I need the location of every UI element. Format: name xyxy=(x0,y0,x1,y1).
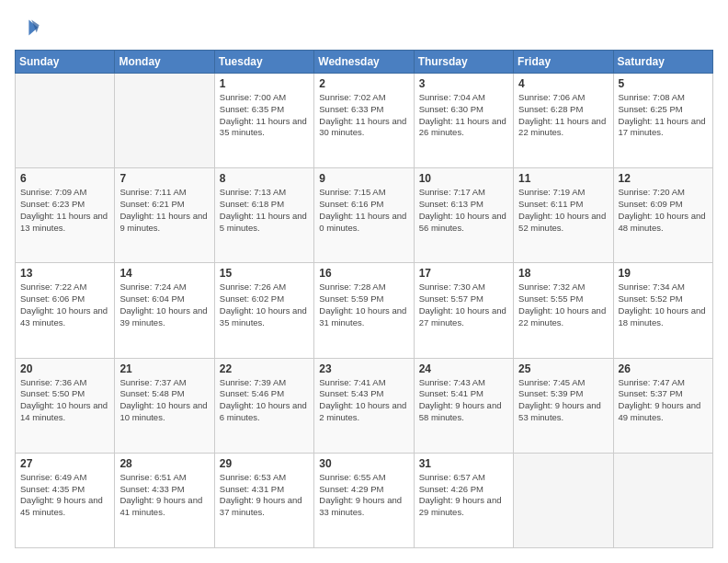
cell-sun-info: Sunrise: 7:11 AMSunset: 6:21 PMDaylight:… xyxy=(119,187,209,234)
cell-sun-info: Sunrise: 6:49 AMSunset: 4:35 PMDaylight:… xyxy=(20,472,109,519)
day-number: 16 xyxy=(319,267,408,280)
calendar-cell: 9Sunrise: 7:15 AMSunset: 6:16 PMDaylight… xyxy=(314,168,414,263)
calendar-cell: 6Sunrise: 7:09 AMSunset: 6:23 PMDaylight… xyxy=(16,168,115,263)
day-number: 1 xyxy=(220,77,309,90)
cell-sun-info: Sunrise: 7:13 AMSunset: 6:18 PMDaylight:… xyxy=(220,187,309,234)
calendar-cell: 3Sunrise: 7:04 AMSunset: 6:30 PMDaylight… xyxy=(414,74,513,168)
cell-sun-info: Sunrise: 7:20 AMSunset: 6:09 PMDaylight:… xyxy=(619,187,708,234)
day-number: 13 xyxy=(20,267,109,280)
calendar-cell: 16Sunrise: 7:28 AMSunset: 5:59 PMDayligh… xyxy=(314,263,414,358)
calendar-cell: 31Sunrise: 6:57 AMSunset: 4:26 PMDayligh… xyxy=(414,453,513,547)
day-number: 30 xyxy=(319,457,408,470)
weekday-header-wednesday: Wednesday xyxy=(314,51,414,74)
day-number: 6 xyxy=(20,172,109,185)
day-number: 8 xyxy=(220,172,309,185)
cell-sun-info: Sunrise: 7:34 AMSunset: 5:52 PMDaylight:… xyxy=(619,282,708,328)
day-number: 2 xyxy=(319,77,408,90)
calendar-cell: 29Sunrise: 6:53 AMSunset: 4:31 PMDayligh… xyxy=(214,453,313,547)
calendar-table: SundayMondayTuesdayWednesdayThursdayFrid… xyxy=(15,50,713,548)
calendar-cell: 11Sunrise: 7:19 AMSunset: 6:11 PMDayligh… xyxy=(514,168,613,263)
calendar-cell xyxy=(514,453,613,547)
calendar-cell: 5Sunrise: 7:08 AMSunset: 6:25 PMDaylight… xyxy=(613,74,712,168)
cell-sun-info: Sunrise: 7:47 AMSunset: 5:37 PMDaylight:… xyxy=(619,377,708,424)
cell-sun-info: Sunrise: 7:08 AMSunset: 6:25 PMDaylight:… xyxy=(619,92,708,139)
week-row-3: 13Sunrise: 7:22 AMSunset: 6:06 PMDayligh… xyxy=(16,263,713,358)
cell-sun-info: Sunrise: 6:51 AMSunset: 4:33 PMDaylight:… xyxy=(119,472,209,519)
calendar-cell: 17Sunrise: 7:30 AMSunset: 5:57 PMDayligh… xyxy=(414,263,513,358)
calendar-cell: 12Sunrise: 7:20 AMSunset: 6:09 PMDayligh… xyxy=(613,168,712,263)
calendar-cell: 26Sunrise: 7:47 AMSunset: 5:37 PMDayligh… xyxy=(613,358,712,453)
calendar-cell: 23Sunrise: 7:41 AMSunset: 5:43 PMDayligh… xyxy=(314,358,414,453)
day-number: 3 xyxy=(419,77,508,90)
cell-sun-info: Sunrise: 7:41 AMSunset: 5:43 PMDaylight:… xyxy=(319,377,408,424)
day-number: 11 xyxy=(518,172,608,185)
calendar-cell: 2Sunrise: 7:02 AMSunset: 6:33 PMDaylight… xyxy=(314,74,414,168)
calendar-cell: 22Sunrise: 7:39 AMSunset: 5:46 PMDayligh… xyxy=(214,358,313,453)
cell-sun-info: Sunrise: 7:39 AMSunset: 5:46 PMDaylight:… xyxy=(220,377,309,424)
calendar-cell xyxy=(115,74,214,168)
weekday-header-tuesday: Tuesday xyxy=(214,51,313,74)
cell-sun-info: Sunrise: 7:06 AMSunset: 6:28 PMDaylight:… xyxy=(518,92,608,139)
calendar-cell: 28Sunrise: 6:51 AMSunset: 4:33 PMDayligh… xyxy=(115,453,214,547)
calendar-cell: 14Sunrise: 7:24 AMSunset: 6:04 PMDayligh… xyxy=(115,263,214,358)
day-number: 25 xyxy=(518,362,608,375)
day-number: 21 xyxy=(119,362,209,375)
cell-sun-info: Sunrise: 7:43 AMSunset: 5:41 PMDaylight:… xyxy=(419,377,508,424)
week-row-5: 27Sunrise: 6:49 AMSunset: 4:35 PMDayligh… xyxy=(16,453,713,547)
cell-sun-info: Sunrise: 7:17 AMSunset: 6:13 PMDaylight:… xyxy=(419,187,508,234)
day-number: 19 xyxy=(619,267,708,280)
cell-sun-info: Sunrise: 7:45 AMSunset: 5:39 PMDaylight:… xyxy=(518,377,608,424)
calendar-cell: 25Sunrise: 7:45 AMSunset: 5:39 PMDayligh… xyxy=(514,358,613,453)
calendar-cell xyxy=(16,74,115,168)
cell-sun-info: Sunrise: 6:55 AMSunset: 4:29 PMDaylight:… xyxy=(319,472,408,519)
cell-sun-info: Sunrise: 7:24 AMSunset: 6:04 PMDaylight:… xyxy=(119,282,209,328)
cell-sun-info: Sunrise: 7:22 AMSunset: 6:06 PMDaylight:… xyxy=(20,282,109,328)
day-number: 22 xyxy=(220,362,309,375)
cell-sun-info: Sunrise: 7:15 AMSunset: 6:16 PMDaylight:… xyxy=(319,187,408,234)
logo xyxy=(15,15,44,40)
calendar-cell: 15Sunrise: 7:26 AMSunset: 6:02 PMDayligh… xyxy=(214,263,313,358)
calendar-cell: 27Sunrise: 6:49 AMSunset: 4:35 PMDayligh… xyxy=(16,453,115,547)
day-number: 9 xyxy=(319,172,408,185)
cell-sun-info: Sunrise: 7:30 AMSunset: 5:57 PMDaylight:… xyxy=(419,282,508,328)
day-number: 17 xyxy=(419,267,508,280)
weekday-header-sunday: Sunday xyxy=(16,51,115,74)
calendar-cell: 24Sunrise: 7:43 AMSunset: 5:41 PMDayligh… xyxy=(414,358,513,453)
day-number: 23 xyxy=(319,362,408,375)
cell-sun-info: Sunrise: 7:26 AMSunset: 6:02 PMDaylight:… xyxy=(220,282,309,328)
calendar-cell: 1Sunrise: 7:00 AMSunset: 6:35 PMDaylight… xyxy=(214,74,313,168)
header xyxy=(15,15,713,40)
day-number: 20 xyxy=(20,362,109,375)
cell-sun-info: Sunrise: 7:19 AMSunset: 6:11 PMDaylight:… xyxy=(518,187,608,234)
cell-sun-info: Sunrise: 7:36 AMSunset: 5:50 PMDaylight:… xyxy=(20,377,109,424)
cell-sun-info: Sunrise: 7:28 AMSunset: 5:59 PMDaylight:… xyxy=(319,282,408,328)
weekday-header-monday: Monday xyxy=(115,51,214,74)
day-number: 7 xyxy=(119,172,209,185)
weekday-header-saturday: Saturday xyxy=(613,51,712,74)
calendar-cell: 8Sunrise: 7:13 AMSunset: 6:18 PMDaylight… xyxy=(214,168,313,263)
calendar-cell: 10Sunrise: 7:17 AMSunset: 6:13 PMDayligh… xyxy=(414,168,513,263)
calendar-cell: 30Sunrise: 6:55 AMSunset: 4:29 PMDayligh… xyxy=(314,453,414,547)
day-number: 18 xyxy=(518,267,608,280)
cell-sun-info: Sunrise: 7:00 AMSunset: 6:35 PMDaylight:… xyxy=(220,92,309,139)
day-number: 24 xyxy=(419,362,508,375)
cell-sun-info: Sunrise: 7:02 AMSunset: 6:33 PMDaylight:… xyxy=(319,92,408,139)
weekday-header-thursday: Thursday xyxy=(414,51,513,74)
week-row-1: 1Sunrise: 7:00 AMSunset: 6:35 PMDaylight… xyxy=(16,74,713,168)
cell-sun-info: Sunrise: 7:37 AMSunset: 5:48 PMDaylight:… xyxy=(119,377,209,424)
day-number: 27 xyxy=(20,457,109,470)
cell-sun-info: Sunrise: 7:09 AMSunset: 6:23 PMDaylight:… xyxy=(20,187,109,234)
logo-icon xyxy=(15,15,40,40)
calendar-cell: 13Sunrise: 7:22 AMSunset: 6:06 PMDayligh… xyxy=(16,263,115,358)
weekday-header-friday: Friday xyxy=(514,51,613,74)
calendar-cell: 19Sunrise: 7:34 AMSunset: 5:52 PMDayligh… xyxy=(613,263,712,358)
day-number: 28 xyxy=(119,457,209,470)
day-number: 26 xyxy=(619,362,708,375)
day-number: 10 xyxy=(419,172,508,185)
calendar-cell: 20Sunrise: 7:36 AMSunset: 5:50 PMDayligh… xyxy=(16,358,115,453)
week-row-4: 20Sunrise: 7:36 AMSunset: 5:50 PMDayligh… xyxy=(16,358,713,453)
day-number: 14 xyxy=(119,267,209,280)
cell-sun-info: Sunrise: 7:32 AMSunset: 5:55 PMDaylight:… xyxy=(518,282,608,328)
day-number: 4 xyxy=(518,77,608,90)
day-number: 12 xyxy=(619,172,708,185)
